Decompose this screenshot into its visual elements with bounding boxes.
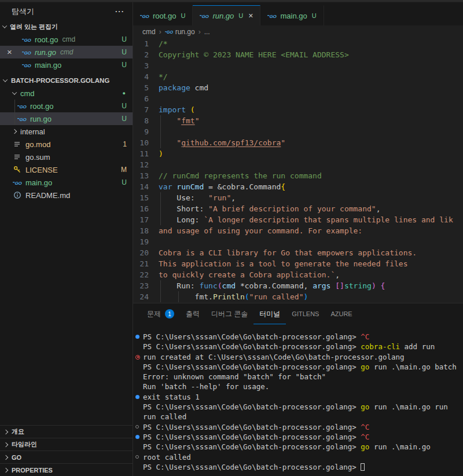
git-status-badge: U: [122, 35, 127, 43]
line-content: package cmd: [159, 82, 208, 93]
code-token: ": [177, 138, 181, 147]
svg-text:GO: GO: [167, 30, 173, 34]
breadcrumb-label: run.go: [175, 28, 195, 36]
close-icon[interactable]: ×: [7, 47, 12, 57]
breadcrumb-label: cmd: [142, 28, 156, 36]
line-number: 14: [133, 181, 159, 192]
tree-item-cmd[interactable]: cmd●: [0, 87, 133, 100]
panel-tab-터미널[interactable]: 터미널: [253, 303, 286, 324]
code-line: 15 Use: "run",: [133, 192, 463, 203]
explorer-sidebar: 탐색기 ··· 열려 있는 편집기 GOroot.gocmdU×GOrun.go…: [0, 2, 133, 476]
terminal-token: Run 'batch --help' for usage.: [143, 382, 269, 391]
code-token: "run called": [249, 292, 304, 301]
line-number: 7: [133, 104, 159, 115]
panel-tab-문제[interactable]: 문제1: [141, 303, 180, 324]
go-icon: GO: [22, 35, 31, 44]
indent-guide: [160, 137, 161, 148]
line-number: 11: [133, 148, 159, 159]
lines-icon: [13, 152, 22, 162]
line-number: 18: [133, 225, 159, 236]
section-properties[interactable]: PROPERTIES: [0, 463, 133, 476]
code-line: 19: [133, 236, 463, 247]
tree-item-license[interactable]: LICENSEM: [0, 163, 133, 176]
breadcrumb-item-cmd[interactable]: cmd: [142, 28, 156, 36]
panel-tab-AZURE[interactable]: AZURE: [325, 303, 358, 324]
tab-root.go[interactable]: GOroot.goU: [133, 5, 193, 25]
tree-item-root.go[interactable]: GOroot.goU: [0, 100, 133, 112]
code-token: var: [159, 182, 172, 191]
terminal-line: PS C:\Users\sssan\Code\Go\batch-processo…: [135, 432, 463, 442]
section-개요[interactable]: 개요: [0, 425, 133, 438]
line-content: Run: func(cmd *cobra.Command, args []str…: [159, 280, 385, 291]
terminal-line: Run 'batch --help' for usage.: [135, 382, 463, 391]
panel-tab-디버그 콘솔[interactable]: 디버그 콘솔: [205, 303, 253, 324]
code-line: 18and usage of using your command. For e…: [133, 225, 463, 236]
git-status-badge: U: [122, 115, 127, 123]
code-token: [186, 105, 190, 114]
indent-guide: [178, 291, 179, 302]
git-status-badge: U: [122, 102, 127, 110]
terminal-token: add run: [400, 342, 435, 351]
code-line: 9: [133, 126, 463, 137]
open-editor-item-root.go[interactable]: GOroot.gocmdU: [0, 33, 133, 46]
code-line: 21This application is a tool to generate…: [133, 258, 463, 269]
line-content: // runCmd represents the run command: [159, 170, 322, 181]
tree-item-readme.md[interactable]: README.md: [0, 189, 133, 202]
panel-tab-출력[interactable]: 출력: [180, 303, 205, 324]
chevron-down-icon: [2, 23, 7, 28]
line-number: 16: [133, 203, 159, 214]
terminal-line: PS C:\Users\sssan\Code\Go\batch-processo…: [135, 332, 463, 342]
terminal-line: exit status 1: [135, 392, 463, 402]
go-icon: GO: [17, 114, 27, 123]
panel-tab-bar: 문제1출력디버그 콘솔터미널GITLENSAZURE: [133, 303, 463, 324]
line-number: 21: [133, 258, 159, 269]
open-editor-item-main.go[interactable]: GOmain.goU: [0, 58, 133, 71]
panel-tab-GITLENS[interactable]: GITLENS: [286, 303, 325, 324]
go-icon: GO: [267, 11, 277, 20]
indent-guide: [160, 115, 161, 126]
tree-item-internal[interactable]: internal: [0, 125, 133, 138]
file-label: main.go: [35, 61, 61, 69]
line-number: 23: [133, 280, 159, 291]
code-editor[interactable]: 1/*2Copyright © 2023 NAME HERE <EMAIL AD…: [133, 38, 463, 303]
tree-item-go.mod[interactable]: go.mod1: [0, 138, 133, 151]
close-icon[interactable]: ×: [248, 12, 253, 20]
tree-item-batch-processor.golang[interactable]: BATCH-PROCESSOR.GOLANG: [0, 74, 133, 87]
terminal-line: PS C:\Users\sssan\Code\Go\batch-processo…: [135, 442, 463, 452]
go-icon: GO: [17, 101, 27, 111]
line-content: fmt.Println("run called"): [159, 291, 308, 302]
tree-item-label: run.go: [30, 115, 52, 123]
terminal-token: run .\main.go batch: [369, 363, 457, 371]
terminal[interactable]: PS C:\Users\sssan\Code\Go\batch-processo…: [133, 324, 463, 476]
tree-item-go.sum[interactable]: go.sum: [0, 151, 133, 163]
section-go[interactable]: GO: [0, 451, 133, 463]
code-token: Short:: [159, 204, 208, 213]
code-token: [159, 116, 177, 125]
terminal-token: PS C:\Users\sssan\Code\Go\batch-processo…: [143, 433, 361, 441]
tree-item-main.go[interactable]: GOmain.goU: [0, 176, 133, 189]
section-타임라인[interactable]: 타임라인: [0, 438, 133, 451]
tab-main.go[interactable]: GOmain.goU: [260, 5, 324, 25]
terminal-token: ^C: [361, 332, 369, 341]
license-key-icon: [13, 166, 21, 174]
go-icon: GO: [13, 178, 22, 187]
line-number: 8: [133, 115, 159, 126]
code-token: {: [281, 182, 285, 191]
key-icon: [13, 165, 22, 174]
open-editors-header[interactable]: 열려 있는 편집기: [0, 20, 133, 33]
code-line: 8 "fmt": [133, 115, 463, 126]
code-token: ,: [376, 204, 381, 213]
tree-item-label: root.go: [30, 102, 53, 111]
tree-item-label: go.mod: [25, 140, 50, 149]
breadcrumb-item-run.go[interactable]: GOrun.go: [165, 28, 195, 36]
chevron-down-icon: [12, 90, 17, 94]
code-line: 7import (: [133, 104, 463, 115]
code-token: ": [195, 116, 200, 125]
more-actions-icon[interactable]: ···: [115, 7, 124, 16]
open-editor-item-run.go[interactable]: ×GOrun.gocmdU: [0, 46, 133, 58]
tree-item-run.go[interactable]: GOrun.goU: [0, 112, 133, 125]
breadcrumb-item-...[interactable]: ...: [204, 28, 210, 36]
tab-run.go[interactable]: GOrun.goU×: [193, 5, 260, 25]
chevron-right-icon: [3, 455, 8, 459]
go-file-icon: GO: [17, 101, 27, 111]
